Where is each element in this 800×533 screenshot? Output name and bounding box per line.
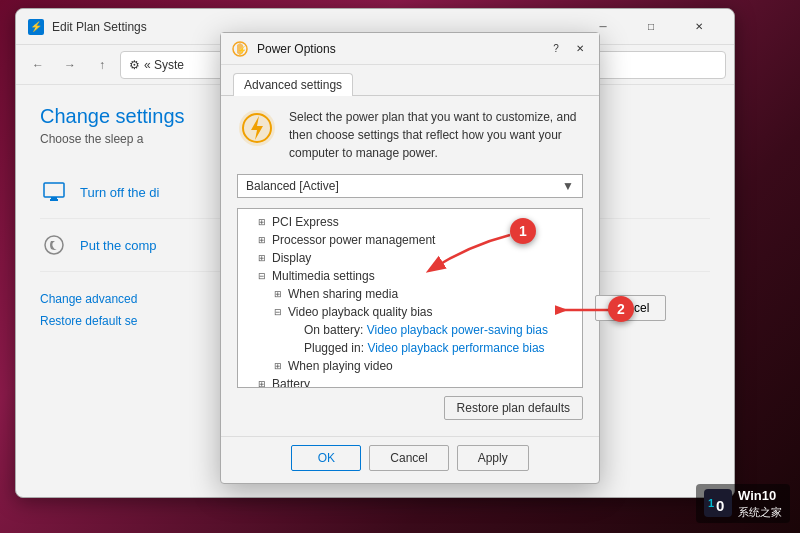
battery-label: On battery: (304, 323, 367, 337)
tree-display[interactable]: ⊞ Display (238, 249, 582, 267)
watermark-logo: 1 0 (704, 489, 732, 517)
processor-expander[interactable]: ⊞ (254, 232, 270, 248)
modal-footer: OK Cancel Apply (221, 436, 599, 483)
battery-main-label: Battery (272, 377, 310, 388)
monitor-icon (40, 178, 68, 206)
bg-window-title: Edit Plan Settings (52, 20, 147, 34)
playing-label: When playing video (288, 359, 393, 373)
modal-help-button[interactable]: ? (545, 38, 567, 60)
modal-body: Select the power plan that you want to c… (221, 96, 599, 436)
tree-playing[interactable]: ⊞ When playing video (238, 357, 582, 375)
playback-expander[interactable]: ⊟ (270, 304, 286, 320)
put-comp-label[interactable]: Put the comp (80, 238, 157, 253)
power-options-icon: ⚡ (231, 40, 249, 58)
modal-controls: ? ✕ (545, 38, 591, 60)
close-button[interactable]: ✕ (676, 12, 722, 42)
cancel-button[interactable]: Cancel (369, 445, 448, 471)
power-options-modal: ⚡ Power Options ? ✕ Advanced settings Se… (220, 32, 600, 484)
playing-expander[interactable]: ⊞ (270, 358, 286, 374)
back-button[interactable]: ← (24, 51, 52, 79)
address-text: « Syste (144, 58, 184, 72)
modal-title-left: ⚡ Power Options (231, 40, 336, 58)
restore-plan-area: Restore plan defaults (237, 396, 583, 420)
watermark-text: Win10 系统之家 (738, 488, 782, 519)
plugged-value[interactable]: Video playback performance bias (367, 341, 544, 355)
address-icon: ⚙ (129, 58, 140, 72)
tree-battery-value[interactable]: On battery: Video playback power-saving … (238, 321, 582, 339)
battery-spacer (286, 322, 302, 338)
modal-title-text: Power Options (257, 42, 336, 56)
advanced-settings-tab[interactable]: Advanced settings (233, 73, 353, 96)
turn-off-label[interactable]: Turn off the di (80, 185, 160, 200)
watermark: 1 0 Win10 系统之家 (696, 484, 790, 523)
annotation-2: 2 (608, 296, 634, 322)
modal-intro-text: Select the power plan that you want to c… (289, 108, 583, 162)
pci-expander[interactable]: ⊞ (254, 214, 270, 230)
svg-rect-0 (44, 183, 64, 197)
forward-button[interactable]: → (56, 51, 84, 79)
modal-titlebar: ⚡ Power Options ? ✕ (221, 33, 599, 65)
multimedia-expander[interactable]: ⊟ (254, 268, 270, 284)
battery-value[interactable]: Video playback power-saving bias (367, 323, 548, 337)
svg-point-3 (45, 236, 63, 254)
bg-title-left: ⚡ Edit Plan Settings (28, 19, 147, 35)
plugged-spacer (286, 340, 302, 356)
restore-plan-button[interactable]: Restore plan defaults (444, 396, 583, 420)
ok-button[interactable]: OK (291, 445, 361, 471)
annotation-1: 1 (510, 218, 536, 244)
battery-main-expander[interactable]: ⊞ (254, 376, 270, 388)
watermark-line1: Win10 (738, 488, 782, 505)
tree-sharing[interactable]: ⊞ When sharing media (238, 285, 582, 303)
watermark-line2: 系统之家 (738, 505, 782, 519)
tree-multimedia[interactable]: ⊟ Multimedia settings (238, 267, 582, 285)
window-controls: ─ □ ✕ (580, 12, 722, 42)
apply-button[interactable]: Apply (457, 445, 529, 471)
svg-text:1: 1 (708, 497, 714, 509)
svg-rect-1 (50, 199, 58, 201)
maximize-button[interactable]: □ (628, 12, 674, 42)
sharing-label: When sharing media (288, 287, 398, 301)
display-expander[interactable]: ⊞ (254, 250, 270, 266)
svg-rect-2 (51, 197, 57, 199)
svg-text:0: 0 (716, 497, 724, 514)
edit-plan-icon: ⚡ (28, 19, 44, 35)
tree-plugged-value[interactable]: Plugged in: Video playback performance b… (238, 339, 582, 357)
modal-close-button[interactable]: ✕ (569, 38, 591, 60)
modal-intro-icon (237, 108, 277, 148)
modal-tabs: Advanced settings (221, 65, 599, 96)
tree-playback[interactable]: ⊟ Video playback quality bias (238, 303, 582, 321)
modal-intro: Select the power plan that you want to c… (237, 108, 583, 162)
pci-label: PCI Express (272, 215, 339, 229)
dropdown-arrow-icon: ▼ (562, 179, 574, 193)
up-button[interactable]: ↑ (88, 51, 116, 79)
multimedia-label: Multimedia settings (272, 269, 375, 283)
display-label: Display (272, 251, 311, 265)
processor-label: Processor power management (272, 233, 435, 247)
dropdown-value: Balanced [Active] (246, 179, 339, 193)
svg-text:⚡: ⚡ (237, 45, 247, 55)
sharing-expander[interactable]: ⊞ (270, 286, 286, 302)
plugged-label: Plugged in: (304, 341, 367, 355)
tree-battery-main[interactable]: ⊞ Battery (238, 375, 582, 388)
plan-dropdown[interactable]: Balanced [Active] ▼ (237, 174, 583, 198)
sleep-icon (40, 231, 68, 259)
playback-label: Video playback quality bias (288, 305, 433, 319)
